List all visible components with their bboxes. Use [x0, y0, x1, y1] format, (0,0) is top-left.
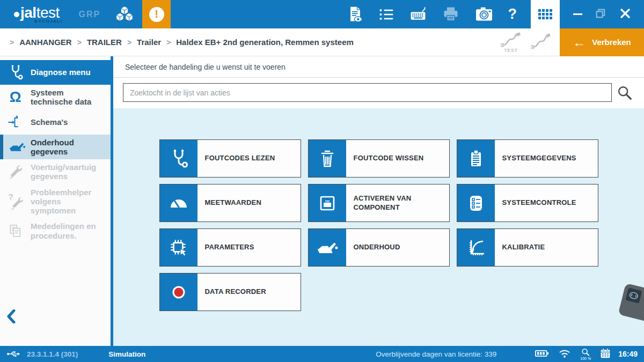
sidebar-item-label: Systeem technische data	[31, 88, 107, 107]
disconnect-button[interactable]: ← Verbreken	[560, 28, 644, 56]
logo-jal: jal	[20, 5, 36, 20]
action-foutcode-wissen[interactable]: FOUTCODE WISSEN	[308, 139, 450, 178]
clock-label: 16:49	[618, 350, 638, 358]
sidebar-item-mededelingen: Mededelingen en procedures.	[0, 218, 111, 243]
sidebar-item-label: Onderhoud gegevens	[31, 138, 107, 157]
alert-button[interactable]: !	[142, 0, 171, 28]
calendar-icon[interactable]	[600, 348, 611, 360]
action-label: ACTIVEREN VAN COMPONENT	[346, 184, 449, 221]
help-icon[interactable]: ?	[508, 6, 517, 23]
trash-icon	[309, 140, 346, 177]
cable-test-icon: TEST	[500, 32, 522, 53]
action-prompt: Selecteer de handeling die u wenst uit t…	[113, 56, 644, 78]
wifi-icon	[558, 349, 571, 360]
search-icon[interactable]	[612, 85, 638, 101]
stethoscope-icon	[0, 63, 31, 82]
action-activeren-van-component[interactable]: ACTIVEREN VAN COMPONENT	[308, 184, 450, 222]
breadcrumb-item-trailer[interactable]: Trailer	[137, 38, 161, 47]
schematic-icon	[0, 114, 31, 131]
chip-icon	[160, 229, 197, 266]
action-prompt-text: Selecteer de handeling die u wenst uit t…	[125, 63, 286, 71]
test-label: TEST	[504, 48, 518, 53]
question-wrench-icon: ?	[0, 192, 31, 210]
action-label: KALIBRATIE	[495, 229, 598, 266]
apps-menu-button[interactable]	[531, 0, 560, 28]
cubes-icon[interactable]	[114, 4, 135, 25]
sidebar-item-label: Diagnose menu	[31, 68, 91, 77]
breadcrumb: > AANHANGER > TRAILER > Trailer > Haldex…	[10, 38, 500, 47]
sidebar-item-label: Probleemhelper volgens symptomen	[31, 188, 107, 216]
sidebar-item-probleemhelper: ? Probleemhelper volgens symptomen	[0, 184, 111, 219]
sidebar-item-label: Schema's	[31, 117, 68, 127]
sidebar-collapse-button[interactable]	[6, 309, 16, 323]
apps-grid-icon	[538, 9, 552, 19]
back-arrow-icon: ←	[573, 36, 586, 49]
list-icon[interactable]	[378, 7, 394, 22]
sidebar: Diagnose menu Ω Systeem technische data …	[0, 56, 113, 346]
action-kalibratie[interactable]: KALIBRATIE	[457, 228, 598, 267]
stethoscope-icon	[160, 140, 197, 177]
action-systeemcontrole[interactable]: SYSTEEMCONTROLE	[457, 184, 598, 222]
printer-icon[interactable]	[442, 6, 460, 23]
oilcan-icon	[309, 229, 346, 266]
minimize-button[interactable]	[573, 13, 582, 15]
actions-grid: FOUTCODES LEZEN FOUTCODE WISSEN	[159, 139, 598, 311]
omega-icon: Ω	[0, 90, 31, 105]
top-bar: jaltest BYCOJALI GRP !	[0, 0, 644, 28]
zoom-level-label: 100 %	[580, 357, 591, 360]
action-meetwaarden[interactable]: ACTIVEREN VAN COMPONENT MEETWAARDEN	[159, 184, 301, 222]
sidebar-item-label: Voertuig/vaartuig gegevens	[31, 162, 107, 181]
version-label: 23.3.1.1.4 (301)	[27, 350, 78, 358]
status-bar: 23.3.1.1.4 (301) Simulation Overblijvend…	[0, 346, 644, 362]
action-foutcodes-lezen[interactable]: FOUTCODES LEZEN	[159, 139, 301, 178]
mode-label: Simulation	[108, 350, 145, 358]
breadcrumb-item-system[interactable]: Haldex EB+ 2nd generation, Remmen systee…	[176, 38, 354, 47]
action-label: MEETWAARDEN	[197, 184, 301, 221]
keyboard-icon[interactable]	[409, 5, 427, 24]
alert-icon: !	[149, 7, 164, 22]
logo-bycojali: BYCOJALI	[14, 19, 62, 24]
restore-button[interactable]	[595, 8, 606, 21]
action-systeemgegevens[interactable]: SYSTEEMGEGEVENS	[457, 139, 598, 178]
breadcrumb-item-aanhanger[interactable]: AANHANGER	[19, 38, 72, 47]
action-data-recorder[interactable]: DATA RECORDER	[159, 273, 301, 311]
breadcrumb-separator: >	[10, 38, 14, 47]
connector-icon	[309, 184, 346, 221]
svg-text:?: ?	[8, 192, 13, 201]
wrench-icon	[0, 163, 31, 180]
camera-icon[interactable]	[474, 6, 494, 23]
action-label: DATA RECORDER	[197, 274, 301, 311]
sidebar-item-diagnose-menu[interactable]: Diagnose menu	[0, 60, 111, 85]
sidebar-item-onderhoud-gegevens[interactable]: Onderhoud gegevens	[0, 135, 111, 160]
grp-label: GRP	[78, 10, 100, 19]
cable-connection-icon	[530, 32, 552, 53]
sidebar-item-schemas[interactable]: Schema's	[0, 110, 111, 135]
search-row	[113, 78, 644, 108]
usb-icon	[6, 350, 20, 358]
gauge-icon	[160, 184, 197, 221]
breadcrumb-bar: > AANHANGER > TRAILER > Trailer > Haldex…	[0, 28, 644, 56]
close-button[interactable]	[619, 8, 631, 21]
main-panel: Selecteer de handeling die u wenst uit t…	[113, 56, 644, 346]
record-icon	[160, 274, 197, 311]
jaltest-logo: jaltest BYCOJALI	[14, 5, 62, 24]
breadcrumb-separator: >	[77, 38, 82, 47]
disconnect-label: Verbreken	[592, 38, 631, 47]
action-label: ONDERHOUD	[346, 229, 449, 266]
battery-icon	[535, 349, 549, 359]
action-parameters[interactable]: PARAMETERS	[159, 228, 301, 267]
remote-support-icon	[625, 287, 642, 304]
action-onderhoud[interactable]: ONDERHOUD	[308, 228, 450, 267]
action-label: FOUTCODE WISSEN	[346, 140, 449, 177]
action-label: SYSTEEMCONTROLE	[495, 184, 598, 221]
report-preview-icon[interactable]	[347, 5, 364, 24]
sidebar-item-systeem-technische-data[interactable]: Ω Systeem technische data	[0, 85, 111, 110]
zoom-level-indicator[interactable]: 100 %	[580, 348, 591, 360]
breadcrumb-item-trailer-type[interactable]: TRAILER	[87, 38, 122, 47]
calibration-chart-icon	[457, 229, 495, 266]
breadcrumb-separator: >	[127, 38, 131, 47]
search-input[interactable]	[123, 83, 612, 102]
actions-area: FOUTCODES LEZEN FOUTCODE WISSEN	[113, 108, 644, 346]
remote-support-widget[interactable]	[618, 283, 644, 322]
breadcrumb-separator: >	[166, 38, 171, 47]
